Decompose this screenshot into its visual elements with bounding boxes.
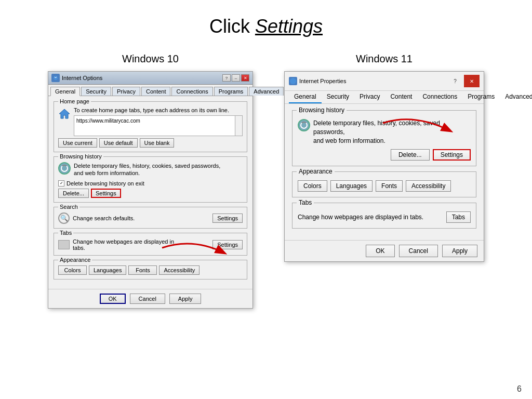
settings-btn-win11[interactable]: Settings bbox=[433, 149, 471, 161]
win11-dialog-body: Browsing history Delete temporary files,… bbox=[285, 104, 484, 240]
tab-connections-win10[interactable]: Connections bbox=[171, 87, 212, 96]
apply-btn-win11[interactable]: Apply bbox=[442, 245, 477, 257]
colors-btn-win11[interactable]: Colors bbox=[298, 180, 327, 192]
win11-dialog-wrapper: Internet Properties ? ✕ General Security… bbox=[284, 71, 484, 262]
win10-search-desc: Change search defaults. bbox=[73, 215, 209, 221]
tab-programs-win11[interactable]: Programs bbox=[462, 91, 500, 103]
win11-column: Windows 11 Internet Properties ? bbox=[284, 53, 484, 262]
use-blank-btn[interactable]: Use blank bbox=[140, 138, 175, 148]
win10-browsing-section: Browsing history Delete temporary files,… bbox=[54, 156, 247, 203]
win10-titlebar: Internet Options ? – ✕ bbox=[48, 72, 252, 85]
search-settings-btn[interactable]: Settings bbox=[212, 214, 243, 223]
tab-programs-win10[interactable]: Programs bbox=[214, 87, 248, 96]
win10-search-label: Search bbox=[58, 204, 79, 210]
win10-homepage-desc: To create home page tabs, type each addr… bbox=[74, 107, 243, 113]
win10-title-text: Internet Options bbox=[62, 75, 102, 81]
languages-btn-win11[interactable]: Languages bbox=[330, 180, 373, 192]
tab-connections-win11[interactable]: Connections bbox=[417, 91, 462, 103]
win11-tabs-section: Tabs Change how webpages are displayed i… bbox=[292, 203, 476, 229]
svg-point-3 bbox=[290, 78, 296, 84]
close-button-win11[interactable]: ✕ bbox=[464, 75, 480, 87]
close-button-win10[interactable]: ✕ bbox=[241, 74, 249, 82]
use-current-btn[interactable]: Use current bbox=[58, 138, 97, 148]
tabs-btn-win11[interactable]: Tabs bbox=[446, 211, 471, 223]
tab-privacy-win11[interactable]: Privacy bbox=[354, 91, 385, 103]
tab-privacy-win10[interactable]: Privacy bbox=[112, 87, 140, 96]
win10-homepage-input[interactable]: https://www.militarycac.com bbox=[74, 115, 243, 136]
win10-label: Windows 10 bbox=[122, 53, 179, 65]
win10-tabs-row: General Security Privacy Content Connect… bbox=[48, 85, 252, 96]
settings-btn-win10[interactable]: Settings bbox=[91, 189, 121, 198]
win11-browsing-section: Browsing history Delete temporary files,… bbox=[292, 110, 476, 166]
tab-general-win11[interactable]: General bbox=[289, 91, 322, 103]
win11-titlebar: Internet Properties ? ✕ bbox=[285, 72, 484, 91]
win11-tabs-row: General Security Privacy Content Connect… bbox=[285, 91, 484, 104]
tabs-settings-btn[interactable]: Settings bbox=[212, 240, 243, 249]
slide-title: Click Settings bbox=[209, 16, 323, 37]
delete-btn-win11[interactable]: Delete... bbox=[391, 149, 430, 161]
win11-bh-text: Delete temporary files, history, cookies… bbox=[313, 119, 471, 145]
win11-bottom-buttons: OK Cancel Apply bbox=[285, 240, 484, 261]
help-button-win11[interactable]: ? bbox=[447, 75, 463, 87]
win10-homepage-section: Home page To create home p bbox=[54, 101, 247, 152]
use-default-btn[interactable]: Use default bbox=[99, 138, 138, 148]
win11-tabs-section-label: Tabs bbox=[297, 199, 314, 206]
columns: Windows 10 Internet Options ? bbox=[0, 53, 532, 309]
win10-homepage-label: Home page bbox=[58, 98, 91, 104]
win11-appearance-label: Appearance bbox=[297, 168, 335, 175]
accessibility-btn-win10[interactable]: Accessibility bbox=[159, 265, 200, 275]
accessibility-btn-win11[interactable]: Accessibility bbox=[406, 180, 451, 192]
win11-title-icon bbox=[289, 77, 297, 85]
fonts-btn-win11[interactable]: Fonts bbox=[376, 180, 403, 192]
tab-security-win10[interactable]: Security bbox=[81, 87, 111, 96]
win10-tabs-label: Tabs bbox=[58, 230, 73, 236]
help-button-win10[interactable]: ? bbox=[222, 74, 231, 82]
home-icon-win10 bbox=[58, 107, 71, 119]
tab-advanced-win10[interactable]: Advanced bbox=[249, 87, 284, 96]
win10-bh-text: Delete temporary files, history, cookies… bbox=[74, 162, 220, 177]
tab-general-win10[interactable]: General bbox=[50, 87, 80, 96]
win10-scrollbar[interactable] bbox=[235, 116, 242, 136]
bh-icon-win11 bbox=[298, 119, 310, 131]
tab-advanced-win11[interactable]: Advanced bbox=[500, 91, 532, 103]
cancel-btn-win11[interactable]: Cancel bbox=[399, 245, 438, 257]
slide-container: Click Settings Windows 10 Internet Optio… bbox=[0, 0, 532, 399]
win10-dialog-wrapper: Internet Options ? – ✕ General Security … bbox=[48, 71, 253, 309]
win10-title-icon bbox=[51, 74, 60, 82]
win11-title-text: Internet Properties bbox=[299, 78, 347, 84]
win10-dialog: Internet Options ? – ✕ General Security … bbox=[48, 71, 253, 309]
minimize-button-win10[interactable]: – bbox=[232, 74, 240, 82]
win10-homepage-value: https://www.militarycac.com bbox=[75, 117, 241, 125]
colors-btn-win10[interactable]: Colors bbox=[58, 265, 87, 275]
page-number: 6 bbox=[517, 384, 522, 394]
delete-btn-win10[interactable]: Delete... bbox=[58, 189, 89, 198]
win10-tabs-section: Tabs Change how webpages are displayed i… bbox=[54, 233, 247, 256]
win11-appearance-section: Appearance Colors Languages Fonts Access… bbox=[292, 171, 476, 197]
win11-dialog: Internet Properties ? ✕ General Security… bbox=[284, 71, 484, 262]
tab-content-win10[interactable]: Content bbox=[141, 87, 171, 96]
fonts-btn-win10[interactable]: Fonts bbox=[128, 265, 157, 275]
svg-marker-1 bbox=[59, 109, 70, 118]
win10-bh-label: Browsing history bbox=[58, 153, 103, 159]
win10-appearance-section: Appearance Colors Languages Fonts Access… bbox=[54, 260, 247, 280]
delete-on-exit-checkbox[interactable]: ✓ bbox=[58, 180, 64, 187]
delete-on-exit-label: Delete browsing history on exit bbox=[66, 180, 144, 187]
search-icon-win10: 🔍 bbox=[58, 212, 70, 224]
win11-tabs-desc: Change how webpages are displayed in tab… bbox=[298, 214, 423, 221]
tab-content-win11[interactable]: Content bbox=[385, 91, 417, 103]
win11-bh-label: Browsing history bbox=[297, 107, 347, 114]
tabs-icon-win10 bbox=[58, 240, 70, 249]
bh-icon-win10 bbox=[58, 162, 71, 175]
ok-btn-win11[interactable]: OK bbox=[366, 245, 394, 257]
ok-btn-win10[interactable]: OK bbox=[100, 294, 126, 304]
win10-dialog-body: Home page To create home p bbox=[48, 96, 252, 289]
cancel-btn-win10[interactable]: Cancel bbox=[130, 294, 165, 304]
apply-btn-win10[interactable]: Apply bbox=[169, 294, 202, 304]
win11-label: Windows 11 bbox=[356, 53, 413, 65]
tab-security-win11[interactable]: Security bbox=[322, 91, 354, 103]
win10-tabs-desc: Change how webpages are displayed intabs… bbox=[73, 238, 209, 251]
win10-column: Windows 10 Internet Options ? bbox=[48, 53, 253, 309]
languages-btn-win10[interactable]: Languages bbox=[89, 265, 126, 275]
win10-search-section: Search 🔍 Change search defaults. Setting… bbox=[54, 207, 247, 229]
win10-appearance-label: Appearance bbox=[58, 257, 92, 263]
